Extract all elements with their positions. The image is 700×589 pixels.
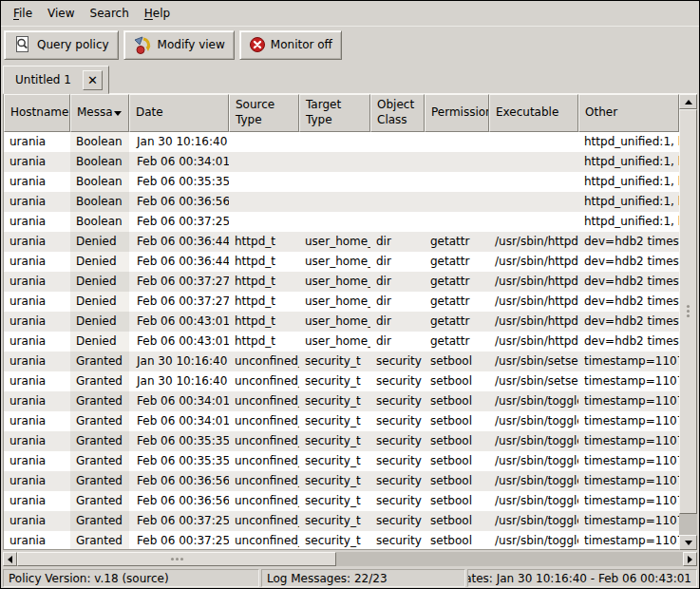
table-cell: urania bbox=[4, 292, 70, 312]
table-row[interactable]: uraniaGrantedFeb 06 00:35:35unconfined_s… bbox=[4, 431, 679, 451]
tab-close-button[interactable]: ✕ bbox=[83, 70, 103, 90]
horizontal-scrollbar-thumb[interactable] bbox=[17, 552, 336, 566]
table-cell: security_t bbox=[299, 352, 370, 371]
column-header-permission[interactable]: Permission bbox=[425, 94, 489, 132]
table-cell: Denied bbox=[70, 232, 129, 252]
column-header-message[interactable]: Messa bbox=[70, 94, 129, 132]
table-cell: Denied bbox=[70, 292, 129, 312]
table-row[interactable]: uraniaGrantedFeb 06 00:37:25unconfined_s… bbox=[4, 531, 679, 549]
column-header-executable[interactable]: Executable bbox=[489, 94, 578, 132]
table-cell: Feb 06 00:34:01 bbox=[129, 152, 229, 172]
column-header-date[interactable]: Date bbox=[129, 94, 229, 132]
table-cell: urania bbox=[4, 391, 70, 411]
table-row[interactable]: uraniaBooleanFeb 06 00:36:56httpd_unifie… bbox=[4, 192, 679, 212]
table-row[interactable]: uraniaGrantedFeb 06 00:34:01unconfined_s… bbox=[4, 411, 679, 431]
table-cell: getattr bbox=[425, 272, 489, 292]
table-cell: urania bbox=[4, 252, 70, 272]
table-row[interactable]: uraniaGrantedJan 30 10:16:40unconfined_s… bbox=[4, 352, 679, 371]
arrow-down-icon bbox=[685, 541, 692, 545]
table-cell: Boolean bbox=[70, 132, 129, 152]
column-header-other[interactable]: Other bbox=[578, 94, 679, 132]
table-cell: security bbox=[370, 352, 425, 371]
menu-file[interactable]: File bbox=[6, 3, 40, 24]
vertical-scrollbar-track[interactable] bbox=[679, 109, 697, 535]
table-cell: security bbox=[370, 451, 425, 471]
table-cell: timestamp=11076 bbox=[578, 451, 679, 471]
table-row[interactable]: uraniaDeniedFeb 06 00:37:27httpd_tuser_h… bbox=[4, 292, 679, 312]
column-header-target-type[interactable]: Target Type bbox=[299, 94, 370, 132]
table-cell: /usr/sbin/httpd bbox=[489, 252, 578, 272]
table-cell: httpd_unified:1, h bbox=[578, 212, 679, 232]
table-cell: unconfined_ bbox=[229, 511, 299, 531]
menu-help[interactable]: Help bbox=[137, 3, 178, 24]
monitor-off-button[interactable]: Monitor off bbox=[239, 30, 342, 60]
status-bar: Policy Version: v.18 (source) Log Messag… bbox=[1, 567, 699, 588]
table-row[interactable]: uraniaGrantedFeb 06 00:36:56unconfined_s… bbox=[4, 491, 679, 511]
table-cell bbox=[299, 212, 370, 232]
scroll-up-button[interactable] bbox=[679, 94, 697, 109]
grip-icon bbox=[687, 310, 690, 313]
table-cell: urania bbox=[4, 192, 70, 212]
table-cell: unconfined_ bbox=[229, 352, 299, 371]
table-cell bbox=[489, 172, 578, 192]
table-cell: Feb 06 00:36:44 bbox=[129, 232, 229, 252]
table-cell: Boolean bbox=[70, 152, 129, 172]
menu-view[interactable]: View bbox=[40, 3, 82, 24]
table-row[interactable]: uraniaDeniedFeb 06 00:36:44httpd_tuser_h… bbox=[4, 252, 679, 272]
horizontal-scrollbar[interactable] bbox=[3, 552, 697, 566]
table-cell: Granted bbox=[70, 391, 129, 411]
table-row[interactable]: uraniaGrantedFeb 06 00:34:01unconfined_s… bbox=[4, 391, 679, 411]
table-cell: /usr/sbin/toggle bbox=[489, 391, 578, 411]
table-row[interactable]: uraniaBooleanFeb 06 00:34:01httpd_unifie… bbox=[4, 152, 679, 172]
vertical-scrollbar-thumb[interactable] bbox=[679, 109, 697, 514]
log-table-area: Hostname Messa Date Source Type Target T… bbox=[3, 93, 697, 550]
table-row[interactable]: uraniaDeniedFeb 06 00:36:44httpd_tuser_h… bbox=[4, 232, 679, 252]
horizontal-scrollbar-track[interactable] bbox=[17, 552, 683, 566]
table-cell: urania bbox=[4, 332, 70, 352]
table-cell: unconfined_ bbox=[229, 451, 299, 471]
scroll-right-button[interactable] bbox=[683, 552, 697, 566]
table-cell: dev=hdb2 timesta bbox=[578, 332, 679, 352]
table-cell: unconfined_ bbox=[229, 431, 299, 451]
menu-search[interactable]: Search bbox=[83, 3, 137, 24]
table-cell: security bbox=[370, 491, 425, 511]
column-header-hostname[interactable]: Hostname bbox=[4, 94, 70, 132]
column-header-object-class[interactable]: Object Class bbox=[370, 94, 425, 132]
table-row[interactable]: uraniaBooleanFeb 06 00:37:25httpd_unifie… bbox=[4, 212, 679, 232]
table-cell: Granted bbox=[70, 511, 129, 531]
table-row[interactable]: uraniaDeniedFeb 06 00:43:01httpd_tuser_h… bbox=[4, 312, 679, 332]
table-cell: unconfined_ bbox=[229, 531, 299, 549]
table-cell: Granted bbox=[70, 411, 129, 431]
table-row[interactable]: uraniaGrantedFeb 06 00:37:25unconfined_s… bbox=[4, 511, 679, 531]
table-cell bbox=[370, 212, 425, 232]
table-cell: urania bbox=[4, 471, 70, 491]
table-row[interactable]: uraniaDeniedFeb 06 00:43:01httpd_tuser_h… bbox=[4, 332, 679, 352]
table-cell: dir bbox=[370, 272, 425, 292]
table-row[interactable]: uraniaDeniedFeb 06 00:37:27httpd_tuser_h… bbox=[4, 272, 679, 292]
tab-untitled-1[interactable]: Untitled 1 ✕ bbox=[3, 66, 109, 94]
table-row[interactable]: uraniaBooleanJan 30 10:16:40httpd_unifie… bbox=[4, 132, 679, 152]
table-cell: security bbox=[370, 431, 425, 451]
scroll-left-button[interactable] bbox=[3, 552, 17, 566]
table-cell bbox=[425, 192, 489, 212]
column-header-source-type[interactable]: Source Type bbox=[229, 94, 299, 132]
table-cell bbox=[229, 152, 299, 172]
table-cell bbox=[370, 192, 425, 212]
table-cell: security_t bbox=[299, 471, 370, 491]
table-cell: /usr/sbin/httpd bbox=[489, 312, 578, 332]
table-cell: urania bbox=[4, 371, 70, 391]
vertical-scrollbar[interactable] bbox=[679, 94, 697, 550]
table-row[interactable]: uraniaBooleanFeb 06 00:35:35httpd_unifie… bbox=[4, 172, 679, 192]
query-policy-button[interactable]: Query policy bbox=[4, 30, 119, 60]
table-header-row: Hostname Messa Date Source Type Target T… bbox=[4, 94, 679, 132]
table-cell: /usr/sbin/toggle bbox=[489, 471, 578, 491]
table-cell: Denied bbox=[70, 272, 129, 292]
table-cell: Feb 06 00:36:56 bbox=[129, 192, 229, 212]
table-row[interactable]: uraniaGrantedFeb 06 00:35:35unconfined_s… bbox=[4, 451, 679, 471]
modify-view-button[interactable]: Modify view bbox=[123, 30, 235, 60]
table-row[interactable]: uraniaGrantedJan 30 10:16:40unconfined_s… bbox=[4, 371, 679, 391]
table-cell bbox=[425, 212, 489, 232]
table-cell: httpd_t bbox=[229, 292, 299, 312]
scroll-down-button[interactable] bbox=[679, 535, 697, 550]
table-row[interactable]: uraniaGrantedFeb 06 00:36:56unconfined_s… bbox=[4, 471, 679, 491]
